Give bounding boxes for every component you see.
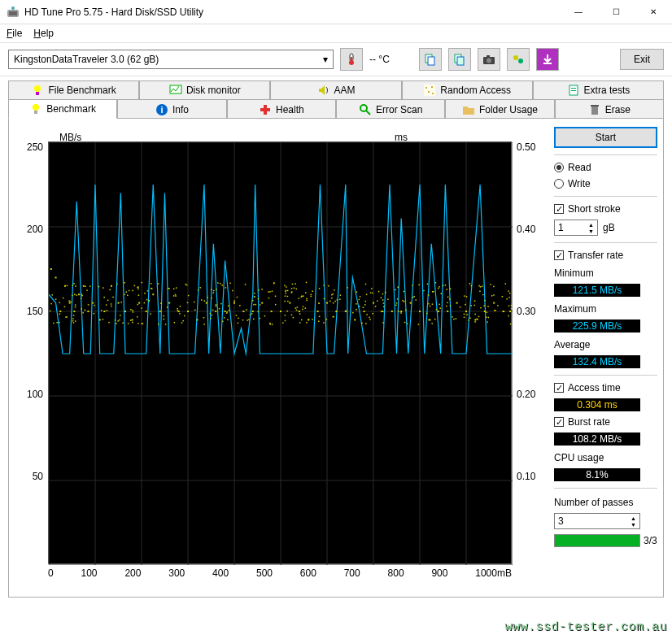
tab-file-benchmark[interactable]: File Benchmark bbox=[8, 80, 139, 99]
svg-point-21 bbox=[431, 86, 433, 88]
device-select[interactable]: KingstonDataTraveler 3.0 (62 gB) ▾ bbox=[8, 50, 334, 69]
svg-rect-5 bbox=[351, 57, 352, 63]
short-stroke-spinner[interactable]: 1▲▼ bbox=[554, 220, 598, 236]
passes-spinner[interactable]: 3▲▼ bbox=[554, 513, 640, 529]
save-button[interactable] bbox=[536, 48, 559, 71]
tab-aam[interactable]: AAM bbox=[270, 80, 401, 99]
y-axis-left: 250 200 150 100 50 bbox=[20, 141, 48, 564]
svg-rect-18 bbox=[170, 85, 181, 93]
info-icon: i bbox=[155, 103, 168, 116]
menu-bar: File Help bbox=[0, 24, 672, 42]
title-bar: HD Tune Pro 5.75 - Hard Disk/SSD Utility… bbox=[0, 0, 672, 24]
min-label: Minimum bbox=[554, 267, 657, 279]
svg-rect-12 bbox=[487, 55, 490, 58]
clipboard-icon bbox=[567, 84, 580, 97]
min-value: 121.5 MB/s bbox=[554, 284, 640, 297]
copy-info-button[interactable] bbox=[419, 48, 442, 71]
folder-icon bbox=[462, 103, 475, 116]
radio-write[interactable]: Write bbox=[554, 178, 657, 189]
tabs-container: File Benchmark Disk monitor AAM Random A… bbox=[0, 76, 672, 598]
chart-wrapper: MB/s ms 250 200 150 100 50 0.50 0.40 0. bbox=[20, 127, 544, 589]
watermark: www.ssd-tester.com.au bbox=[504, 620, 667, 634]
tab-benchmark[interactable]: Benchmark bbox=[8, 99, 117, 119]
svg-line-34 bbox=[366, 111, 370, 115]
close-button[interactable]: ✕ bbox=[635, 0, 672, 24]
tab-health[interactable]: Health bbox=[227, 99, 336, 119]
check-transfer-rate[interactable]: Transfer rate bbox=[554, 250, 657, 261]
app-icon bbox=[7, 6, 20, 19]
temperature-value: -- °C bbox=[369, 54, 390, 65]
radio-read[interactable]: Read bbox=[554, 162, 657, 173]
checkbox-icon bbox=[554, 250, 564, 260]
progress-text: 3/3 bbox=[644, 535, 657, 546]
window-title: HD Tune Pro 5.75 - Hard Disk/SSD Utility bbox=[24, 7, 560, 18]
health-icon bbox=[259, 103, 272, 116]
checkbox-icon bbox=[554, 417, 564, 427]
download-icon bbox=[541, 53, 554, 66]
maximize-button[interactable]: ☐ bbox=[597, 0, 635, 24]
side-panel: Start Read Write Short stroke 1▲▼ gB Tra… bbox=[554, 127, 657, 589]
options-button[interactable] bbox=[507, 48, 530, 71]
access-value: 0.304 ms bbox=[554, 398, 640, 411]
tab-folder-usage[interactable]: Folder Usage bbox=[445, 99, 554, 119]
radio-icon bbox=[554, 179, 564, 189]
check-access-time[interactable]: Access time bbox=[554, 382, 657, 393]
svg-rect-35 bbox=[591, 106, 598, 115]
svg-point-22 bbox=[428, 91, 430, 93]
tab-row-top: File Benchmark Disk monitor AAM Random A… bbox=[8, 80, 664, 98]
cpu-label: CPU usage bbox=[554, 452, 657, 463]
svg-rect-26 bbox=[571, 90, 576, 91]
toolbar: KingstonDataTraveler 3.0 (62 gB) ▾ -- °C… bbox=[0, 42, 672, 76]
tab-row-bottom: Benchmark iInfo Health Error Scan Folder… bbox=[8, 98, 664, 118]
monitor-icon bbox=[169, 84, 182, 97]
svg-rect-28 bbox=[34, 111, 37, 114]
trash-icon bbox=[588, 103, 601, 116]
copy-text-button[interactable] bbox=[448, 48, 471, 71]
avg-label: Average bbox=[554, 339, 657, 350]
avg-value: 132.4 MB/s bbox=[554, 355, 640, 368]
copy-icon bbox=[424, 53, 437, 66]
max-label: Maximum bbox=[554, 303, 657, 315]
check-short-stroke[interactable]: Short stroke bbox=[554, 203, 657, 215]
screenshot-button[interactable] bbox=[478, 48, 500, 71]
tab-content-benchmark: MB/s ms 250 200 150 100 50 0.50 0.40 0. bbox=[8, 118, 664, 598]
tab-disk-monitor[interactable]: Disk monitor bbox=[139, 80, 270, 99]
svg-rect-17 bbox=[36, 92, 39, 95]
svg-point-2 bbox=[11, 7, 15, 10]
exit-button[interactable]: Exit bbox=[620, 49, 664, 70]
svg-rect-15 bbox=[543, 63, 552, 64]
tab-extra-tests[interactable]: Extra tests bbox=[533, 80, 664, 99]
svg-point-23 bbox=[432, 93, 434, 94]
svg-rect-36 bbox=[591, 105, 599, 106]
check-burst-rate[interactable]: Burst rate bbox=[554, 416, 657, 428]
search-icon bbox=[359, 103, 372, 116]
x-axis: 0 100 200 300 400 500 600 700 800 900 10… bbox=[48, 564, 512, 579]
thermometer-icon bbox=[345, 53, 358, 66]
radio-icon bbox=[554, 163, 564, 172]
svg-point-20 bbox=[425, 87, 427, 89]
benchmark-chart bbox=[48, 141, 512, 564]
exit-label: Exit bbox=[634, 54, 650, 65]
svg-point-27 bbox=[33, 104, 39, 111]
spinner-arrows-icon: ▲▼ bbox=[588, 222, 594, 234]
start-button[interactable]: Start bbox=[554, 127, 657, 148]
svg-rect-32 bbox=[260, 108, 270, 111]
spinner-arrows-icon: ▲▼ bbox=[631, 515, 636, 528]
menu-file[interactable]: File bbox=[7, 28, 22, 39]
tab-info[interactable]: iInfo bbox=[117, 99, 226, 119]
checkbox-icon bbox=[554, 204, 564, 214]
tab-error-scan[interactable]: Error Scan bbox=[336, 99, 445, 119]
tab-erase[interactable]: Erase bbox=[555, 99, 664, 119]
minimize-button[interactable]: — bbox=[560, 0, 597, 24]
max-value: 225.9 MB/s bbox=[554, 320, 640, 333]
svg-point-13 bbox=[513, 55, 518, 60]
tab-random-access[interactable]: Random Access bbox=[402, 80, 533, 99]
random-icon bbox=[423, 84, 436, 97]
speaker-icon bbox=[317, 84, 330, 97]
svg-rect-19 bbox=[424, 85, 435, 96]
svg-point-11 bbox=[487, 59, 491, 63]
svg-point-16 bbox=[34, 85, 41, 92]
svg-rect-25 bbox=[571, 88, 576, 89]
temperature-button[interactable] bbox=[340, 48, 363, 71]
menu-help[interactable]: Help bbox=[33, 28, 54, 39]
